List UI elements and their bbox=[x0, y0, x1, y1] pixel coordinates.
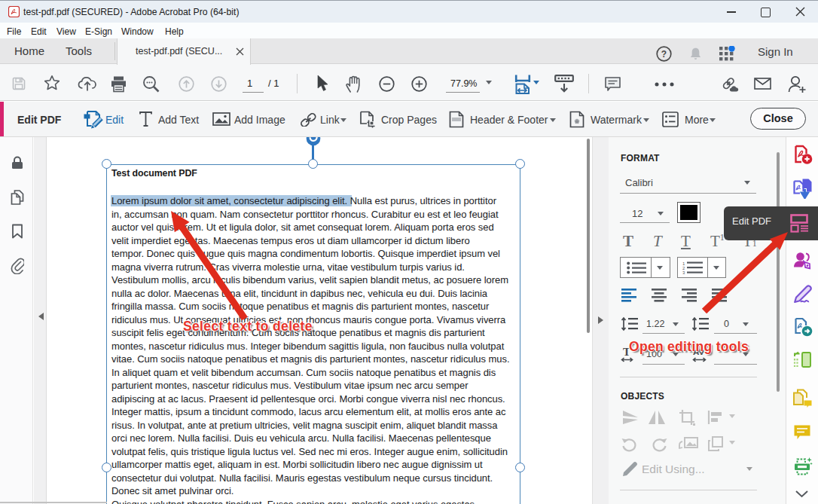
svg-text:?: ? bbox=[661, 49, 667, 60]
svg-text:3: 3 bbox=[682, 270, 685, 275]
